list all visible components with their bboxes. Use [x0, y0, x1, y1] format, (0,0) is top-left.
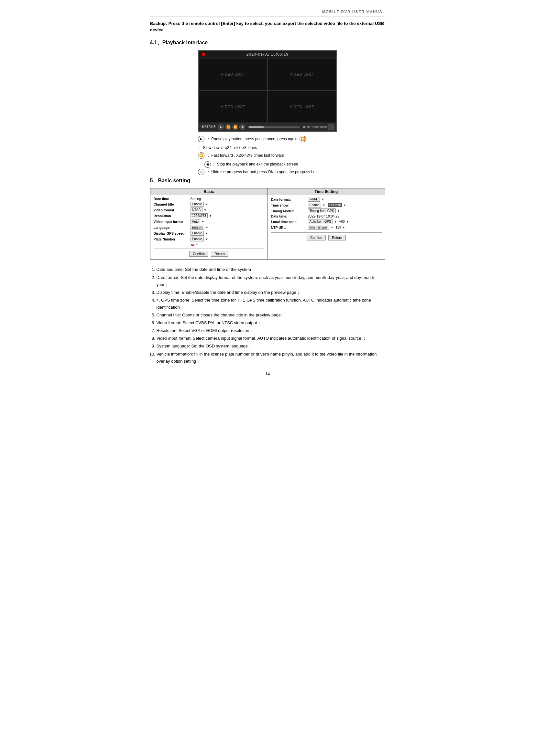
plate-sub-dropdown-icon[interactable]: ▼ [196, 243, 199, 246]
basic-setting-container: Basic Dare time Setting Channel title En… [150, 188, 385, 259]
menu-btn[interactable]: ☰ [328, 124, 334, 130]
setting-row-timing-model: Timing Model: Timing from GPS ▼ [271, 208, 382, 213]
section-41-title: 4.1、Playback Interface [150, 40, 385, 46]
play-icon: ▶ [198, 136, 205, 142]
setting-row-time-show: Time show: Enable ▼ DST OFF ▼ [271, 202, 382, 207]
dst-badge: DST OFF [328, 203, 342, 207]
setting-row-date-time: Date time: 2022-12-07 10:04:29 [271, 214, 382, 218]
ntp-label: NTP URL: [271, 226, 307, 230]
stop-btn[interactable]: ⏹ [239, 124, 245, 130]
rewind-btn[interactable]: ⏪ [225, 124, 231, 130]
fast-forward-btn[interactable]: ⏩ [232, 124, 238, 130]
basic-panel-footer: Confirm Return [154, 249, 264, 256]
timing-model-dropdown-icon[interactable]: ▼ [337, 209, 340, 213]
plate-number: 粤B12345 [201, 125, 215, 129]
ctrl-row-pause: ▶ ： Pause play button, press pause once,… [198, 136, 337, 151]
timezone-offset-dropdown-icon[interactable]: ▼ [346, 220, 349, 223]
list-item: Date and time; Set the date and time of … [156, 266, 385, 273]
list-item: Date format: Set the date display format… [156, 274, 385, 288]
setting-row-plate-sub: 🚗 ▼ [154, 242, 264, 246]
timing-model-value[interactable]: Timing from GPS [308, 208, 336, 213]
slow-icon: ⏪ [299, 136, 306, 142]
resolution-label: Resolution [154, 214, 189, 218]
channel-dropdown-icon[interactable]: ▼ [205, 202, 208, 206]
time-return-button[interactable]: Return [328, 235, 346, 240]
time-panel-title: Time Setting [268, 188, 385, 195]
video-grid: VIDEO LOST VIDEO LOST VIDEO LOST VIDEO L… [199, 58, 336, 123]
setting-row-channel: Channel title Enabie ▼ [154, 202, 264, 206]
basic-panel: Basic Dare time Setting Channel title En… [151, 188, 268, 259]
ntp-value[interactable]: time.nist.gov [308, 225, 329, 230]
channel-value[interactable]: Enabie [190, 202, 204, 206]
timezone-label: Local time zone: [271, 220, 307, 224]
fast-forward-icon: ⏩ [198, 152, 205, 159]
time-confirm-button[interactable]: Confirm [307, 235, 326, 240]
plate-value[interactable]: Enabie [190, 237, 204, 241]
record-indicator [202, 53, 205, 56]
gps-speed-value[interactable]: Enabie [190, 231, 204, 236]
dst-dropdown-icon[interactable]: ▼ [343, 203, 346, 207]
stop-icon: ⏹ [205, 161, 211, 168]
channel-label: Channel title [154, 202, 189, 206]
slow-desc: ： Slow down, -x2 \ -x4 \ -x8 times [198, 145, 257, 151]
resolution-value[interactable]: 1024x768 [190, 213, 208, 218]
date-format-value[interactable]: Y-M-D [308, 197, 320, 202]
progress-fill [248, 126, 264, 128]
basic-confirm-button[interactable]: Confirm [189, 251, 208, 256]
resolution-dropdown-icon[interactable]: ▼ [209, 214, 212, 218]
language-value[interactable]: English [190, 225, 205, 230]
stop-desc: ： Stop the playback and exit the playbac… [212, 162, 298, 167]
video-format-value[interactable]: NTSC [190, 207, 203, 212]
language-label: Language [154, 226, 189, 230]
progress-bar[interactable] [248, 126, 300, 128]
list-item: Channel title: Opens or closes the chann… [156, 311, 385, 319]
ntp-dropdown-icon[interactable]: ▼ [330, 226, 333, 229]
video-cell-3: VIDEO LOST [199, 91, 268, 123]
timezone-dropdown-icon[interactable]: ▼ [334, 220, 337, 223]
ctrl-row-hide: ☰ ： Hide the progress bar and press OK t… [198, 169, 337, 176]
time-display: 00:01:19/00:10:00 [303, 125, 327, 129]
playback-controls-bar: 粤B12345 ▶ ⏪ ⏩ ⏹ 00:01:19/00:10:00 ☰ [199, 123, 336, 131]
time-panel-footer: Confirm Return [271, 232, 382, 240]
setting-row-ntp: NTP URL: time.nist.gov ▼ 123 ▼ [271, 225, 382, 230]
plate-dropdown-icon[interactable]: ▼ [205, 237, 208, 241]
setting-row-datetime: Dare time Setting [154, 197, 264, 201]
page-number: 14 [150, 371, 385, 376]
time-show-value[interactable]: Enable [308, 202, 321, 207]
controls-description: ▶ ： Pause play button, press pause once,… [198, 136, 337, 176]
plate-label: Plate Number [154, 237, 189, 241]
timezone-value[interactable]: Auto from GPS [308, 219, 333, 224]
setting-row-timezone: Local time zone: Auto from GPS ▼ +00 ▼ [271, 219, 382, 224]
gps-speed-dropdown-icon[interactable]: ▼ [205, 232, 208, 235]
list-item: System language: Set the OSD system lang… [156, 343, 385, 350]
playback-interface: 2020-01-01 16:05:19 VIDEO LOST VIDEO LOS… [198, 50, 337, 132]
time-panel: Time Setting Date format: Y-M-D ▼ Time s… [268, 188, 385, 259]
setting-row-plate: Plate Number Enabie ▼ [154, 237, 264, 241]
datetime-value: Setting [190, 197, 264, 201]
setting-row-gps-speed: Display GPS speed Enabie ▼ [154, 231, 264, 236]
video-input-value[interactable]: Auto [190, 219, 201, 224]
gps-speed-label: Display GPS speed [154, 231, 189, 235]
ff-desc: ： Fast forward , X2\X4\X8 times fast for… [206, 152, 284, 159]
ntp-port-dropdown-icon[interactable]: ▼ [342, 226, 345, 229]
list-item: Video format: Select CVBS PAL or NTSC vi… [156, 319, 385, 326]
video-input-label: Video input format [154, 220, 189, 224]
language-dropdown-icon[interactable]: ▼ [205, 226, 208, 229]
time-show-dropdown-icon[interactable]: ▼ [323, 203, 325, 207]
playback-top-bar: 2020-01-01 16:05:19 [199, 51, 336, 58]
video-cell-4: VIDEO LOST [268, 91, 336, 123]
page-header: MOBILE DVR USER MANUAL [150, 10, 385, 14]
date-format-dropdown-icon[interactable]: ▼ [321, 198, 324, 201]
list-item: Display time; Enable/disable the date an… [156, 289, 385, 296]
basic-return-button[interactable]: Return [211, 251, 228, 256]
menu-icon: ☰ [198, 169, 205, 175]
timezone-offset: +00 [339, 220, 345, 223]
pause-desc: ： Pause play button, press pause once, p… [206, 136, 297, 143]
play-pause-btn[interactable]: ▶ [218, 124, 224, 130]
datetime-label: Dare time [154, 197, 189, 201]
video-cell-2: VIDEO LOST [268, 58, 336, 91]
video-format-label: Video format [154, 208, 189, 212]
video-format-dropdown-icon[interactable]: ▼ [204, 208, 207, 212]
list-item: Vehicle information: fill in the license… [156, 351, 385, 365]
video-input-dropdown-icon[interactable]: ▼ [202, 220, 205, 223]
